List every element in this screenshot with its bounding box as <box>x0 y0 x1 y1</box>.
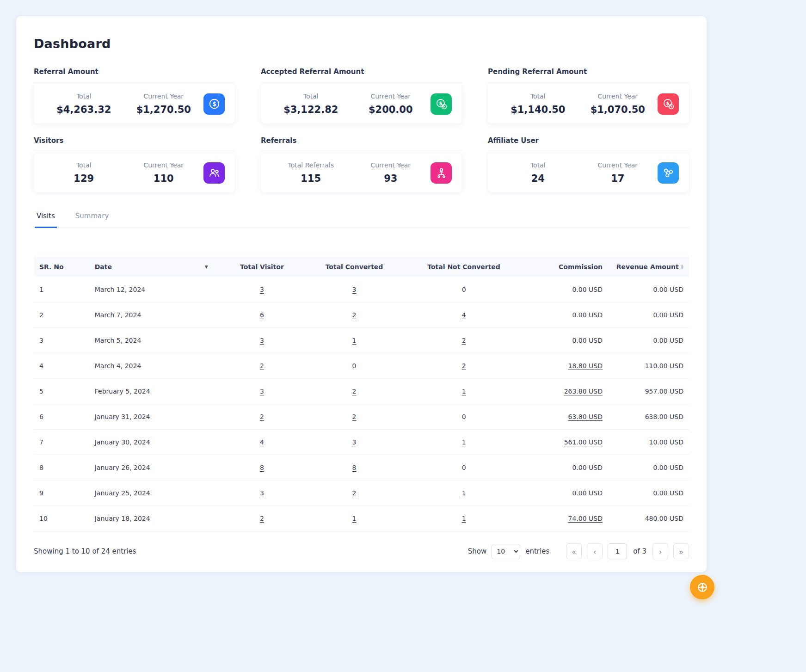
value-link[interactable]: 3 <box>352 438 357 446</box>
value-link[interactable]: 1 <box>352 515 357 522</box>
table-row: 8 January 26, 2024 8 8 0 0.00 USD 0.00 U… <box>34 455 689 481</box>
cell-revenue: 10.00 USD <box>608 430 689 455</box>
value-link[interactable]: 63.80 USD <box>568 413 603 420</box>
value-link[interactable]: 3 <box>260 489 264 497</box>
col-commission: Commission <box>529 257 608 277</box>
table-row: 3 March 5, 2024 3 1 2 0.00 USD 0.00 USD <box>34 328 689 353</box>
col-date-label: Date <box>95 263 112 271</box>
value-link[interactable]: 2 <box>352 311 357 319</box>
cell-total-converted: 0 <box>310 353 398 379</box>
value-link[interactable]: 561.00 USD <box>564 438 603 446</box>
cell-total-visitor: 3 <box>214 481 310 506</box>
last-page-button[interactable]: » <box>673 543 689 559</box>
value-link[interactable]: 3 <box>260 286 264 293</box>
cell-revenue: 0.00 USD <box>608 277 689 302</box>
value-link[interactable]: 1 <box>462 515 466 522</box>
table-footer: Showing 1 to 10 of 24 entries Show 10 en… <box>34 543 689 559</box>
col-date[interactable]: Date ▼ <box>89 257 214 277</box>
stat-card: Total $4,263.32 Current Year $1,270.50 $ <box>34 84 235 123</box>
sort-desc-icon[interactable]: ▼ <box>205 265 208 269</box>
value-link[interactable]: 18.80 USD <box>568 362 603 370</box>
cell-sr: 5 <box>34 379 89 404</box>
cell-revenue: 0.00 USD <box>608 302 689 328</box>
value-link[interactable]: 4 <box>462 311 466 319</box>
stat-label: Total <box>498 161 578 169</box>
cell-total-visitor: 8 <box>214 455 310 481</box>
cell-date: January 30, 2024 <box>89 430 214 455</box>
stat-referral-amount: Referral Amount Total $4,263.32 Current … <box>34 68 235 123</box>
value-link[interactable]: 3 <box>260 388 264 395</box>
value-link[interactable]: 2 <box>352 489 357 497</box>
cell-date: January 31, 2024 <box>89 404 214 430</box>
cell-sr: 2 <box>34 302 89 328</box>
next-page-button[interactable]: › <box>652 543 668 559</box>
value-link[interactable]: 1 <box>462 489 466 497</box>
stat-accepted-referral-amount: Accepted Referral Amount Total $3,122.82… <box>261 68 462 123</box>
value-link[interactable]: 2 <box>260 362 264 370</box>
stat-value: $1,140.50 <box>498 104 578 115</box>
cell-revenue: 638.00 USD <box>608 404 689 430</box>
stat-card: Total 129 Current Year 110 <box>34 153 235 192</box>
visitors-icon <box>203 162 225 184</box>
value-link[interactable]: 2 <box>462 337 466 344</box>
cell-date: February 5, 2024 <box>89 379 214 404</box>
value-link[interactable]: 3 <box>352 286 357 293</box>
stat-current-year: Current Year $1,270.50 <box>124 92 204 115</box>
dollar-check-icon: $ <box>431 93 452 115</box>
value-link[interactable]: 2 <box>260 515 264 522</box>
cell-sr: 1 <box>34 277 89 302</box>
page-size-select[interactable]: 10 <box>492 544 520 559</box>
support-launcher-button[interactable] <box>690 575 714 599</box>
value-link[interactable]: 2 <box>352 413 357 420</box>
cell-date: January 18, 2024 <box>89 506 214 531</box>
cell-total-not-converted: 1 <box>398 379 529 404</box>
cell-total-converted: 2 <box>310 404 398 430</box>
sort-both-icon[interactable]: ▲▼ <box>681 264 683 270</box>
show-label: Show <box>468 547 486 555</box>
col-revenue-amount[interactable]: Revenue Amount ▲▼ <box>608 257 689 277</box>
value-link[interactable]: 1 <box>462 388 466 395</box>
cell-sr: 10 <box>34 506 89 531</box>
value-link[interactable]: 2 <box>352 388 357 395</box>
value-link[interactable]: 1 <box>352 337 357 344</box>
current-page-input[interactable] <box>608 543 627 559</box>
prev-page-button[interactable]: ‹ <box>587 543 603 559</box>
cell-date: March 7, 2024 <box>89 302 214 328</box>
cell-total-converted: 8 <box>310 455 398 481</box>
stat-total: Total 24 <box>498 161 578 184</box>
cell-total-converted: 2 <box>310 481 398 506</box>
dollar-pending-icon: $ <box>658 93 679 115</box>
cell-total-not-converted: 2 <box>398 328 529 353</box>
cell-commission: 0.00 USD <box>529 481 608 506</box>
cell-total-not-converted: 4 <box>398 302 529 328</box>
cell-commission: 561.00 USD <box>529 430 608 455</box>
table-row: 10 January 18, 2024 2 1 1 74.00 USD 480.… <box>34 506 689 531</box>
value-link[interactable]: 263.80 USD <box>564 388 603 395</box>
pagination: Show 10 entries « ‹ of 3 › » <box>468 543 689 559</box>
value-link[interactable]: 74.00 USD <box>568 515 603 522</box>
cell-date: January 26, 2024 <box>89 455 214 481</box>
entries-summary: Showing 1 to 10 of 24 entries <box>34 547 136 555</box>
value-link[interactable]: 8 <box>352 464 357 471</box>
stat-section-title: Affiliate User <box>488 136 689 151</box>
value-link[interactable]: 4 <box>260 438 264 446</box>
cell-total-not-converted: 1 <box>398 506 529 531</box>
tab-summary[interactable]: Summary <box>74 208 111 228</box>
value-link[interactable]: 1 <box>462 438 466 446</box>
first-page-button[interactable]: « <box>566 543 582 559</box>
cell-total-not-converted: 1 <box>398 481 529 506</box>
tab-visits[interactable]: Visits <box>35 208 57 228</box>
stat-referrals: Referrals Total Referrals 115 Current Ye… <box>261 136 462 192</box>
stat-current-year: Current Year $1,070.50 <box>578 92 658 115</box>
value-link[interactable]: 3 <box>260 337 264 344</box>
cell-sr: 7 <box>34 430 89 455</box>
referrals-icon <box>431 162 452 184</box>
value-link[interactable]: 8 <box>260 464 264 471</box>
value-link[interactable]: 2 <box>462 362 466 370</box>
value-link[interactable]: 6 <box>260 311 264 319</box>
cell-date: January 25, 2024 <box>89 481 214 506</box>
stat-label: Current Year <box>351 92 431 100</box>
cell-total-visitor: 3 <box>214 379 310 404</box>
table-row: 1 March 12, 2024 3 3 0 0.00 USD 0.00 USD <box>34 277 689 302</box>
value-link[interactable]: 2 <box>260 413 264 420</box>
